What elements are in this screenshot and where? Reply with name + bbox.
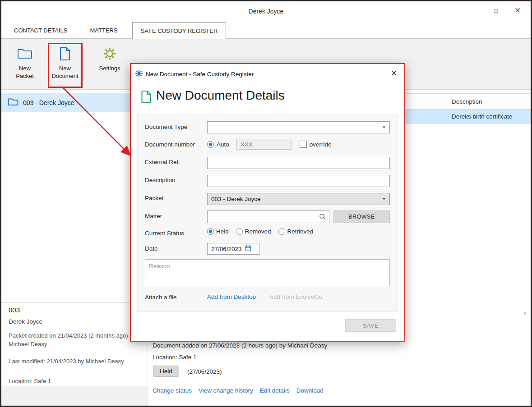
matter-label: Matter — [145, 213, 162, 220]
gear-icon — [103, 45, 116, 63]
override-checkbox[interactable] — [300, 141, 307, 148]
new-document-button[interactable]: New Document — [48, 45, 82, 80]
new-packet-label-2: Packet — [16, 72, 34, 80]
status-retrieved-radio[interactable] — [278, 228, 285, 235]
dialog-title: New Document - Safe Custody Register — [146, 71, 254, 78]
status-removed-label: Removed — [245, 228, 271, 235]
packet-location-text: Location: Safe 1 — [9, 378, 51, 384]
tab-safe-custody-register[interactable]: SAFE CUSTODY REGISTER — [132, 22, 227, 39]
change-status-link[interactable]: Change status — [153, 387, 192, 394]
new-packet-button[interactable]: New Packet — [8, 45, 42, 80]
chevron-right-icon[interactable]: › — [523, 309, 526, 316]
packet-list-panel: 003 - Derek Joyce 003 Derek Joyce Packet… — [1, 90, 148, 406]
packet-created-text: Packet created on 21/04/2023 (2 months a… — [9, 331, 142, 348]
auto-radio-label: Auto — [217, 141, 229, 148]
matter-search-input[interactable] — [207, 210, 329, 223]
status-held-label: Held — [216, 228, 229, 235]
description-label: Description — [145, 177, 176, 183]
cell-description: Dereks birth certificate — [452, 113, 512, 120]
packet-modified-text: Last modified: 21/04/2023 by Michael Dea… — [9, 357, 125, 366]
status-held-radio[interactable] — [207, 228, 214, 235]
reason-textarea[interactable] — [145, 259, 390, 286]
status-badge: Held — [153, 366, 179, 377]
status-retrieved-label: Retrieved — [287, 228, 314, 235]
settings-button[interactable]: Settings — [93, 45, 126, 72]
external-ref-label: External Ref. — [145, 159, 180, 165]
download-link[interactable]: Download — [296, 387, 324, 394]
document-number-input — [236, 139, 291, 150]
add-from-evolvego-link: Add from EvolveGo — [269, 293, 322, 300]
attach-file-label: Attach a file — [145, 294, 177, 301]
title-bar: Derek Joyce – □ ✕ — [1, 1, 531, 22]
packet-name: Derek Joyce — [9, 318, 42, 325]
folder-icon — [17, 45, 32, 63]
close-icon[interactable]: ✕ — [510, 4, 525, 17]
window-controls: – □ ✕ — [467, 4, 525, 17]
document-added-text: Document added on 27/06/2023 (2 hours ag… — [153, 342, 327, 349]
date-value: 27/06/2023 — [211, 246, 242, 252]
tab-strip: CONTACT DETAILS MATTERS SAFE CUSTODY REG… — [1, 22, 531, 39]
tab-matters[interactable]: MATTERS — [82, 22, 125, 38]
packet-select[interactable]: 003 - Derek Joyce ▼ — [207, 193, 390, 205]
date-label: Date — [145, 245, 158, 252]
document-number-label: Document number — [145, 141, 195, 148]
dialog-close-icon[interactable]: ✕ — [391, 69, 397, 78]
app-window: Derek Joyce – □ ✕ CONTACT DETAILS MATTER… — [0, 0, 532, 407]
document-icon — [141, 90, 152, 105]
search-icon — [319, 213, 326, 222]
chevron-down-icon: ▼ — [382, 125, 386, 129]
minimize-icon[interactable]: – — [467, 4, 482, 17]
window-title: Derek Joyce — [249, 8, 284, 15]
edit-details-link[interactable]: Edit details — [260, 387, 290, 394]
document-type-select[interactable]: ▼ — [207, 121, 390, 133]
document-actions: Change status View change history Edit d… — [153, 387, 324, 394]
packet-label: Packet — [145, 195, 163, 201]
column-separator — [446, 94, 446, 109]
status-removed-radio[interactable] — [236, 228, 243, 235]
packet-list-item[interactable]: 003 - Derek Joyce — [1, 93, 148, 112]
packet-select-value: 003 - Derek Joyce — [211, 196, 261, 202]
packet-id: 003 — [9, 306, 20, 314]
view-change-history-link[interactable]: View change history — [199, 387, 253, 394]
new-document-dialog: New Document - Safe Custody Register ✕ N… — [130, 63, 405, 342]
left-panel-footer — [1, 386, 148, 406]
new-document-label-2: Document — [51, 72, 78, 80]
document-icon — [59, 45, 71, 63]
calendar-icon — [245, 245, 251, 253]
browse-button[interactable]: BROWSE — [333, 210, 390, 223]
description-input[interactable] — [207, 175, 390, 187]
dialog-heading: New Document Details — [156, 88, 285, 103]
divider — [1, 302, 148, 303]
settings-label: Settings — [99, 64, 120, 72]
dialog-form: Document Type ▼ Document number Auto ove… — [137, 114, 398, 312]
status-date: (27/06/2023) — [187, 368, 222, 375]
new-packet-label-1: New — [19, 64, 31, 72]
packet-item-label: 003 - Derek Joyce — [23, 99, 74, 106]
add-from-desktop-link[interactable]: Add from Desktop — [207, 293, 256, 300]
new-document-label-1: New — [59, 64, 71, 72]
save-button[interactable]: SAVE — [345, 319, 396, 332]
chevron-down-icon: ▼ — [382, 197, 386, 201]
date-input[interactable]: 27/06/2023 — [207, 243, 259, 255]
app-gear-icon — [135, 70, 143, 79]
auto-radio[interactable] — [207, 141, 214, 148]
external-ref-input[interactable] — [207, 157, 390, 169]
column-header-description[interactable]: Description — [452, 98, 482, 105]
current-status-label: Current Status — [145, 230, 184, 237]
maximize-icon[interactable]: □ — [488, 4, 504, 17]
document-type-label: Document Type — [145, 123, 187, 130]
override-label: override — [310, 141, 332, 148]
tab-contact-details[interactable]: CONTACT DETAILS — [6, 22, 75, 38]
folder-icon — [8, 98, 19, 107]
document-location-text: Location: Safe 1 — [153, 354, 197, 361]
